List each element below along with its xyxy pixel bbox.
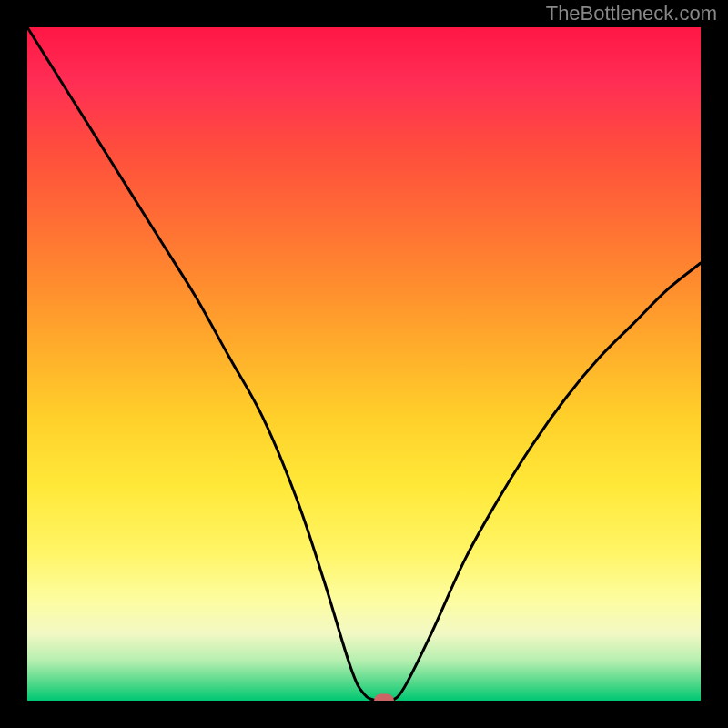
optimal-point-marker bbox=[374, 694, 394, 702]
plot-area bbox=[27, 27, 701, 701]
bottleneck-curve bbox=[27, 27, 701, 701]
watermark-text: TheBottleneck.com bbox=[546, 2, 717, 25]
chart-container: TheBottleneck.com bbox=[0, 0, 728, 728]
curve-layer bbox=[27, 27, 701, 701]
